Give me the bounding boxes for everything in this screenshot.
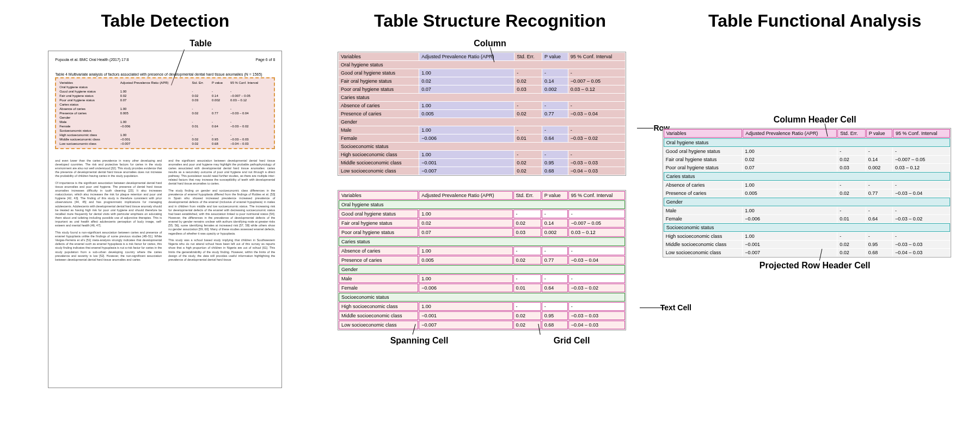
data-cell: Poor oral hygiene status bbox=[339, 228, 418, 237]
data-cell: - bbox=[542, 302, 568, 311]
data-cell: 0.14 bbox=[866, 156, 892, 163]
data-cell: - bbox=[513, 247, 541, 255]
data-cell: 0.02 bbox=[514, 159, 542, 167]
section-header-cell: Caries status bbox=[339, 94, 625, 101]
data-cell: 1.00 bbox=[419, 126, 514, 134]
annot-textcell-label: Text Cell bbox=[660, 303, 691, 312]
data-cell: Presence of caries bbox=[339, 110, 419, 118]
header-cell: Variables bbox=[339, 191, 418, 200]
data-cell: - bbox=[866, 207, 892, 214]
annot-grid-cell: Grid Cell bbox=[554, 336, 590, 346]
data-cell: 0.02 bbox=[837, 249, 865, 256]
data-cell: 0.02 bbox=[514, 167, 542, 175]
data-cell: 0.02 bbox=[513, 219, 541, 228]
annot-row-line bbox=[637, 128, 653, 128]
data-cell: - bbox=[866, 181, 892, 189]
data-cell: - bbox=[568, 302, 625, 311]
data-cell: −0.001 bbox=[419, 159, 514, 167]
tsr-bottom-labels: Spanning Cell Grid Cell bbox=[338, 334, 642, 348]
data-cell: 0.002 bbox=[866, 164, 892, 171]
data-cell: - bbox=[893, 148, 950, 155]
data-cell: 0.68 bbox=[542, 321, 568, 329]
data-cell: - bbox=[513, 210, 541, 218]
data-cell: 0.14 bbox=[542, 219, 568, 228]
panel-detection: Table Detection Table Popoola et al. BMC… bbox=[11, 11, 320, 388]
panel-functional: Table Functional Analysis Column Header … bbox=[660, 11, 969, 273]
data-cell: Middle socioeconomic class bbox=[339, 311, 418, 320]
annot-textcell-line bbox=[640, 308, 664, 308]
data-cell: −0.001 bbox=[419, 311, 512, 320]
data-cell: 0.07 bbox=[743, 164, 837, 171]
data-cell: Fair oral hygiene status bbox=[664, 156, 743, 163]
data-cell: −0.03 – 0.02 bbox=[568, 284, 625, 292]
data-cell: 0.95 bbox=[542, 311, 568, 320]
section-header-cell: Oral hygiene status bbox=[339, 200, 625, 209]
data-cell: - bbox=[514, 69, 542, 77]
data-cell: 0.68 bbox=[866, 249, 892, 256]
tfa-annot-wrap: Column Header Cell VariablesAdjusted Pre… bbox=[663, 113, 967, 273]
data-cell: Female bbox=[664, 215, 743, 223]
doc-col-left: and even lower than the caries prevalenc… bbox=[55, 156, 162, 265]
data-cell: Poor oral hygiene status bbox=[339, 85, 419, 93]
data-cell: - bbox=[568, 102, 625, 109]
doc-para6: This study was a school based study impl… bbox=[168, 238, 275, 262]
data-cell: - bbox=[542, 102, 568, 109]
detected-mini-table: VariablesAdjusted Prevalence Ratio (APR)… bbox=[58, 81, 272, 146]
data-cell: 0.02 bbox=[514, 77, 542, 85]
data-cell: 1.00 bbox=[743, 232, 837, 240]
data-cell: Middle socioeconomic class bbox=[339, 159, 419, 167]
data-cell: Female bbox=[339, 284, 418, 292]
data-cell: −0.006 bbox=[419, 134, 514, 142]
data-cell: −0.007 – 0.05 bbox=[568, 77, 625, 85]
data-cell: Good oral hygiene status bbox=[339, 210, 418, 218]
data-cell: 1.00 bbox=[743, 181, 837, 189]
title-detection: Table Detection bbox=[101, 11, 229, 31]
section-header-cell: Gender bbox=[339, 265, 625, 274]
data-cell: −0.04 – 0.03 bbox=[568, 167, 625, 175]
data-cell: −0.04 – 0.03 bbox=[893, 249, 950, 256]
data-cell: - bbox=[514, 151, 542, 158]
data-cell: −0.03 – 0.04 bbox=[568, 256, 625, 265]
data-cell: Poor oral hygiene status bbox=[664, 164, 743, 171]
data-cell: Low socioeconomic class bbox=[664, 249, 743, 256]
data-cell: 0.03 – 0.12 bbox=[568, 85, 625, 93]
data-cell: Good oral hygiene status bbox=[339, 69, 419, 77]
doc-para1: and even lower than the caries prevalenc… bbox=[55, 159, 162, 179]
doc-para5: The study finding on gender and socioeco… bbox=[168, 189, 275, 236]
header-cell: Variables bbox=[339, 53, 419, 60]
data-cell: - bbox=[837, 181, 865, 189]
annot-spanning-cell: Spanning Cell bbox=[390, 336, 449, 346]
data-cell: High socioeconomic class bbox=[339, 151, 419, 158]
header-cell: Adjusted Prevalence Ratio (APR) bbox=[743, 129, 837, 138]
title-functional: Table Functional Analysis bbox=[708, 11, 921, 31]
data-cell: −0.03 – 0.02 bbox=[568, 134, 625, 142]
doc-body-columns: and even lower than the caries prevalenc… bbox=[55, 156, 275, 265]
annot-colheader-label: Column Header Cell bbox=[663, 115, 967, 125]
data-cell: Absence of caries bbox=[339, 102, 419, 109]
data-cell: Fair oral hygiene status bbox=[339, 77, 419, 85]
data-cell: −0.001 bbox=[743, 241, 837, 248]
data-cell: - bbox=[542, 210, 568, 218]
data-cell: 0.02 bbox=[837, 241, 865, 248]
section-header-cell: Oral hygiene status bbox=[339, 61, 625, 69]
header-cell: 95 % Conf. Interval bbox=[568, 191, 625, 200]
section-header-cell: Socioeconomic status bbox=[664, 223, 950, 232]
data-cell: 1.00 bbox=[419, 102, 514, 109]
data-cell: 0.77 bbox=[542, 256, 568, 265]
data-cell: 0.02 bbox=[837, 189, 865, 197]
data-cell: - bbox=[893, 207, 950, 214]
data-cell: 0.002 bbox=[542, 85, 568, 93]
doc-table-caption: Table 4 Multivariate analysis of factors… bbox=[55, 72, 275, 76]
data-cell: 0.68 bbox=[542, 167, 568, 175]
data-cell: 1.00 bbox=[419, 210, 512, 218]
data-cell: −0.006 bbox=[743, 215, 837, 223]
data-cell: 0.01 bbox=[837, 215, 865, 223]
data-cell: 0.02 bbox=[513, 321, 541, 329]
data-cell: - bbox=[542, 151, 568, 158]
data-cell: - bbox=[837, 232, 865, 240]
data-cell: 0.03 bbox=[837, 164, 865, 171]
data-cell: Low socioeconomic class bbox=[339, 321, 418, 329]
data-cell: - bbox=[513, 274, 541, 283]
data-cell: - bbox=[568, 69, 625, 77]
header-cell: Std. Err. bbox=[514, 53, 542, 60]
